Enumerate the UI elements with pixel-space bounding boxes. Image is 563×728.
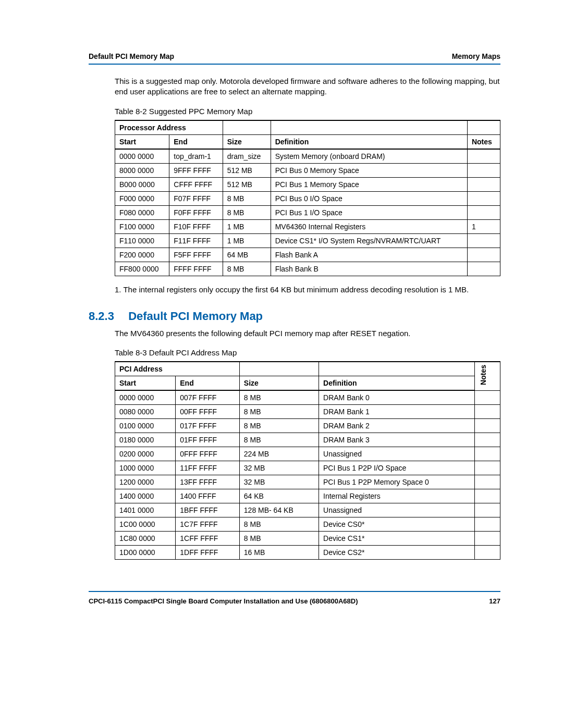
cell-end: F07F FFFF xyxy=(169,191,223,205)
cell-def: MV64360 Internal Registers xyxy=(271,219,467,233)
cell-end: 13FF FFFF xyxy=(176,475,240,489)
cell-start: 1000 0000 xyxy=(115,461,176,475)
cell-size: 32 MB xyxy=(239,461,319,475)
cell-def: System Memory (onboard DRAM) xyxy=(271,149,467,164)
cell-end: top_dram-1 xyxy=(169,149,223,164)
cell-end: 1C7F FFFF xyxy=(176,517,240,532)
cell-start: F080 0000 xyxy=(115,205,169,219)
cell-notes xyxy=(475,546,500,560)
table-row: 1400 00001400 FFFF64 KBInternal Register… xyxy=(115,489,500,503)
footer-doc-title: CPCI-6115 CompactPCI Single Board Comput… xyxy=(89,597,358,605)
col-notes-vertical: Notes xyxy=(479,365,487,385)
col-definition: Definition xyxy=(271,134,467,149)
header-rule xyxy=(89,64,500,65)
cell-notes: 1 xyxy=(467,219,500,233)
cell-start: F100 0000 xyxy=(115,219,169,233)
cell-end: 1400 FFFF xyxy=(176,489,240,503)
cell-notes xyxy=(475,419,500,433)
cell-end: FFFF FFFF xyxy=(169,262,223,276)
cell-notes xyxy=(475,503,500,517)
cell-end: 00FF FFFF xyxy=(176,405,240,419)
cell-notes xyxy=(475,517,500,532)
cell-end: 017F FFFF xyxy=(176,419,240,433)
cell-def: Internal Registers xyxy=(319,489,475,503)
cell-end: 11FF FFFF xyxy=(176,461,240,475)
section-number: 8.2.3 xyxy=(89,310,125,323)
col-size: Size xyxy=(223,134,271,149)
table-row: 1C00 00001C7F FFFF8 MBDevice CS0* xyxy=(115,517,500,532)
header-right: Memory Maps xyxy=(452,52,500,60)
cell-start: F200 0000 xyxy=(115,248,169,262)
cell-start: 0080 0000 xyxy=(115,405,176,419)
cell-start: 1200 0000 xyxy=(115,475,176,489)
cell-end: 0FFF FFFF xyxy=(176,447,240,461)
table-row: 0000 0000top_dram-1dram_sizeSystem Memor… xyxy=(115,149,500,164)
cell-notes xyxy=(475,475,500,489)
col-end: End xyxy=(169,134,223,149)
table-row: 1C80 00001CFF FFFF8 MBDevice CS1* xyxy=(115,532,500,546)
table1-caption: Table 8-2 Suggested PPC Memory Map xyxy=(115,107,500,116)
cell-size: 8 MB xyxy=(239,532,319,546)
cell-size: 128 MB- 64 KB xyxy=(239,503,319,517)
table-row: F100 0000F10F FFFF1 MBMV64360 Internal R… xyxy=(115,219,500,233)
table-row: FF800 0000FFFF FFFF8 MBFlash Bank B xyxy=(115,262,500,276)
table-row: 1000 000011FF FFFF32 MBPCI Bus 1 P2P I/O… xyxy=(115,461,500,475)
col-start: Start xyxy=(115,134,169,149)
cell-def: Device CS1* xyxy=(319,532,475,546)
table-row: 0200 00000FFF FFFF224 MBUnassigned xyxy=(115,447,500,461)
cell-start: B000 0000 xyxy=(115,177,169,191)
cell-size: 224 MB xyxy=(239,447,319,461)
cell-def: PCI Bus 0 Memory Space xyxy=(271,163,467,177)
cell-size: 32 MB xyxy=(239,475,319,489)
cell-start: 1C80 0000 xyxy=(115,532,176,546)
cell-start: 1401 0000 xyxy=(115,503,176,517)
cell-def: PCI Bus 1 Memory Space xyxy=(271,177,467,191)
table-row: B000 0000CFFF FFFF512 MBPCI Bus 1 Memory… xyxy=(115,177,500,191)
cell-def: DRAM Bank 0 xyxy=(319,390,475,405)
cell-start: F000 0000 xyxy=(115,191,169,205)
cell-notes xyxy=(475,461,500,475)
cell-end: 1DFF FFFF xyxy=(176,546,240,560)
table-row: F000 0000F07F FFFF8 MBPCI Bus 0 I/O Spac… xyxy=(115,191,500,205)
col-end: End xyxy=(176,376,240,391)
cell-notes xyxy=(467,248,500,262)
cell-def: Flash Bank B xyxy=(271,262,467,276)
cell-start: FF800 0000 xyxy=(115,262,169,276)
cell-def: Device CS0* xyxy=(319,517,475,532)
cell-size: dram_size xyxy=(223,149,271,164)
table-row: 0180 000001FF FFFF8 MBDRAM Bank 3 xyxy=(115,433,500,447)
cell-notes xyxy=(475,433,500,447)
cell-end: 007F FFFF xyxy=(176,390,240,405)
table-pci-address-map: PCI Address Notes Start End Size Definit… xyxy=(115,361,500,560)
cell-end: 1CFF FFFF xyxy=(176,532,240,546)
cell-notes xyxy=(475,390,500,405)
table-row: F080 0000F0FF FFFF8 MBPCI Bus 1 I/O Spac… xyxy=(115,205,500,219)
intro-paragraph: This is a suggested map only. Motorola d… xyxy=(115,76,500,97)
cell-size: 8 MB xyxy=(223,262,271,276)
section-title: Default PCI Memory Map xyxy=(128,310,263,323)
table-row: 1401 00001BFF FFFF128 MB- 64 KBUnassigne… xyxy=(115,503,500,517)
table-row: 0080 000000FF FFFF8 MBDRAM Bank 1 xyxy=(115,405,500,419)
table1-footnote: 1. The internal registers only occupy th… xyxy=(115,285,500,295)
cell-end: 01FF FFFF xyxy=(176,433,240,447)
table-row: 1200 000013FF FFFF32 MBPCI Bus 1 P2P Mem… xyxy=(115,475,500,489)
cell-notes xyxy=(467,262,500,276)
cell-def: PCI Bus 1 P2P I/O Space xyxy=(319,461,475,475)
cell-start: 1D00 0000 xyxy=(115,546,176,560)
cell-def: DRAM Bank 1 xyxy=(319,405,475,419)
cell-notes xyxy=(475,489,500,503)
header-left: Default PCI Memory Map xyxy=(89,52,174,60)
cell-end: F0FF FFFF xyxy=(169,205,223,219)
col-notes: Notes xyxy=(467,134,500,149)
cell-size: 16 MB xyxy=(239,546,319,560)
cell-size: 8 MB xyxy=(239,419,319,433)
cell-notes xyxy=(467,177,500,191)
cell-start: 1400 0000 xyxy=(115,489,176,503)
cell-size: 1 MB xyxy=(223,219,271,233)
cell-start: 1C00 0000 xyxy=(115,517,176,532)
cell-start: 0000 0000 xyxy=(115,390,176,405)
cell-end: 9FFF FFFF xyxy=(169,163,223,177)
cell-def: Unassigned xyxy=(319,447,475,461)
cell-def: Unassigned xyxy=(319,503,475,517)
table-row: 0100 0000017F FFFF8 MBDRAM Bank 2 xyxy=(115,419,500,433)
